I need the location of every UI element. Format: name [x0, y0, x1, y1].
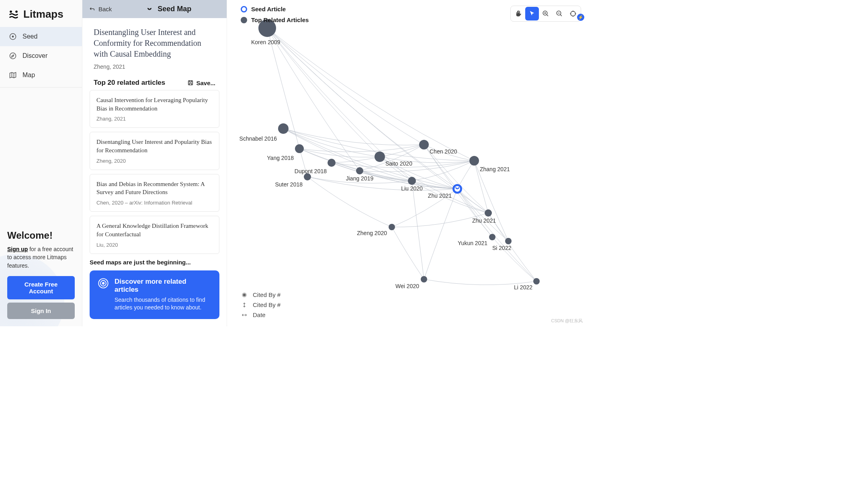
- graph-node[interactable]: [489, 234, 495, 240]
- graph-node-label: Chen 2020: [430, 148, 457, 155]
- graph-node[interactable]: [485, 209, 492, 217]
- related-header: Top 20 related articles Save...: [82, 74, 227, 90]
- save-button[interactable]: Save...: [187, 80, 215, 86]
- discover-icon: [9, 52, 17, 60]
- nav-divider: [0, 87, 82, 88]
- graph-node-label: Dupont 2018: [295, 168, 327, 174]
- x-axis-icon: [241, 312, 248, 318]
- graph-node-label: Liu 2020: [401, 185, 423, 192]
- graph-node-label: Suter 2018: [275, 181, 303, 188]
- graph-node-label: Jiang 2019: [346, 175, 374, 182]
- svg-point-8: [102, 282, 104, 284]
- seed-article-header: Disentangling User Interest and Conformi…: [82, 18, 227, 74]
- graph-node[interactable]: [278, 123, 289, 134]
- article-title: A General Knowledge Distillation Framewo…: [96, 222, 213, 238]
- nav-item-discover[interactable]: Discover: [0, 46, 82, 65]
- nav-item-map[interactable]: Map: [0, 65, 82, 85]
- svg-point-4: [10, 53, 16, 59]
- graph-node-label: Zheng 2020: [357, 230, 387, 236]
- axis-y: Cited By #: [241, 301, 280, 308]
- watermark: CSDN @狂东风: [551, 318, 583, 324]
- article-card[interactable]: Causal Intervention for Leveraging Popul…: [90, 90, 219, 128]
- graph-node-label: Zhang 2021: [480, 166, 510, 172]
- graph-area[interactable]: Seed Article Top Related Articles ⚡ Kore…: [227, 0, 587, 326]
- crosshair-icon: [569, 10, 577, 17]
- graph-node[interactable]: [375, 151, 385, 162]
- graph-node[interactable]: [356, 167, 363, 174]
- graph-node[interactable]: [421, 276, 427, 282]
- related-heading: Top 20 related articles: [94, 79, 165, 87]
- sprout-icon: [145, 5, 154, 13]
- brand-logo[interactable]: Litmaps: [0, 0, 82, 27]
- axis-size: Cited By #: [241, 291, 280, 298]
- seed-node-label: Zhu 2021: [428, 192, 452, 199]
- svg-rect-5: [188, 81, 193, 85]
- related-marker-icon: [241, 17, 247, 23]
- cta-title: Discover more related articles: [115, 278, 211, 294]
- seed-icon: [9, 33, 17, 41]
- brand-name: Litmaps: [23, 8, 63, 20]
- article-card[interactable]: Bias and Debias in Recommender System: A…: [90, 174, 219, 212]
- nav-items: Seed Discover Map: [0, 27, 82, 85]
- nav-label: Discover: [23, 52, 47, 59]
- article-title: Disentangling User Interest and Populari…: [96, 138, 213, 154]
- signup-link[interactable]: Sign up: [7, 246, 28, 252]
- axis-legend: Cited By # Cited By # Date: [241, 291, 280, 318]
- svg-point-0: [10, 10, 12, 13]
- svg-point-1: [15, 10, 18, 13]
- article-card[interactable]: Disentangling User Interest and Populari…: [90, 132, 219, 170]
- graph-node[interactable]: [505, 238, 512, 244]
- article-meta: Liu, 2020: [96, 242, 213, 248]
- article-meta: Zhang, 2021: [96, 116, 213, 122]
- sign-in-button[interactable]: Sign In: [7, 303, 75, 319]
- bolt-badge-icon: ⚡: [577, 14, 584, 21]
- graph-legend: Seed Article Top Related Articles: [241, 6, 309, 23]
- back-button[interactable]: Back: [89, 6, 112, 12]
- graph-node[interactable]: [408, 177, 416, 185]
- welcome-title: Welcome!: [7, 230, 75, 241]
- zoom-out-button[interactable]: [553, 7, 566, 20]
- radar-icon: [98, 278, 109, 289]
- graph-node-label: Si 2022: [492, 245, 512, 251]
- graph-node[interactable]: [419, 140, 429, 149]
- article-list[interactable]: Causal Intervention for Leveraging Popul…: [82, 90, 227, 255]
- y-axis-icon: [241, 302, 248, 308]
- cursor-icon: [528, 10, 536, 17]
- save-icon: [187, 80, 194, 86]
- article-card[interactable]: A General Knowledge Distillation Framewo…: [90, 216, 219, 254]
- seed-panel: Back Seed Map Disentangling User Interes…: [82, 0, 227, 326]
- article-meta: Zheng, 2020: [96, 158, 213, 164]
- welcome-text: Sign up for a free account to access mor…: [7, 245, 75, 270]
- graph-node-label: Schnabel 2016: [240, 135, 277, 142]
- zoom-in-button[interactable]: [539, 7, 553, 20]
- article-meta: Chen, 2020 – arXiv: Information Retrieva…: [96, 200, 213, 206]
- nav-label: Map: [23, 72, 35, 79]
- cta-body: Search thousands of citations to find ar…: [115, 296, 211, 312]
- graph-node[interactable]: [389, 224, 395, 230]
- legend-related: Top Related Articles: [241, 16, 309, 23]
- graph-node-label: Zhu 2021: [472, 217, 496, 224]
- pan-tool-button[interactable]: [512, 7, 525, 20]
- graph-node[interactable]: [295, 144, 304, 153]
- graph-node-label: Koren 2009: [251, 39, 280, 45]
- left-sidebar: Litmaps Seed Discover Map Welcome! Sign …: [0, 0, 82, 326]
- svg-point-11: [571, 11, 575, 16]
- welcome-box: Welcome! Sign up for a free account to a…: [0, 223, 82, 326]
- select-tool-button[interactable]: [525, 7, 539, 20]
- seed-marker-icon: [241, 6, 247, 12]
- nav-item-seed[interactable]: Seed: [0, 27, 82, 46]
- graph-node-label: Li 2022: [514, 284, 532, 291]
- back-label: Back: [98, 6, 112, 12]
- graph-node[interactable]: [328, 159, 336, 167]
- article-title: Causal Intervention for Leveraging Popul…: [96, 96, 213, 113]
- citation-graph[interactable]: Koren 2009Schnabel 2016Yang 2018Suter 20…: [227, 0, 587, 326]
- svg-point-3: [12, 36, 13, 37]
- graph-node[interactable]: [469, 156, 479, 166]
- discover-cta-card[interactable]: Discover more related articles Search th…: [90, 270, 219, 319]
- seed-article-meta: Zheng, 2021: [94, 63, 215, 70]
- litmaps-logo-icon: [8, 9, 19, 20]
- create-account-button[interactable]: Create Free Account: [7, 276, 75, 299]
- panel-header: Back Seed Map: [82, 0, 227, 18]
- zoom-out-icon: [556, 10, 563, 17]
- graph-node[interactable]: [533, 278, 540, 284]
